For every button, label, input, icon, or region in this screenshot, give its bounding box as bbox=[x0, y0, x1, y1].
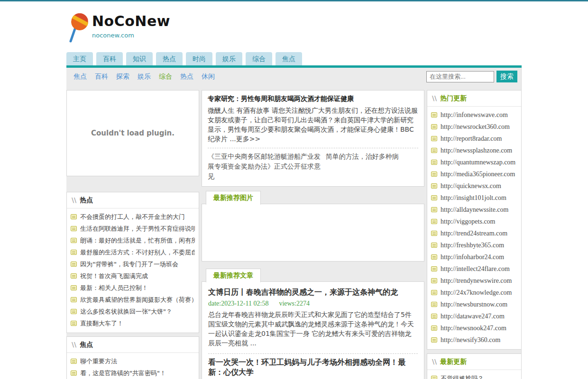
hot-section: 热点 不会掼蛋的打工人，敲不开金主的大门生活在阿联酋迪拜，关于男性不育症得说明朗… bbox=[66, 192, 199, 333]
main-nav-tab[interactable]: 焦点 bbox=[276, 52, 302, 65]
list-item[interactable]: http://trend24stream.com bbox=[431, 227, 517, 239]
brand-block: NoCoNew noconew.com bbox=[92, 14, 170, 39]
doc-icon bbox=[431, 254, 437, 260]
recommended-articles-panel: 最新推荐文章 文博日历丨春晚吉祥物的灵感之一，来源于这条神气的龙date:202… bbox=[202, 281, 424, 379]
list-item[interactable]: 看，这是官路镇的"共富密码"！ bbox=[71, 367, 195, 379]
main-nav-tab[interactable]: 时尚 bbox=[186, 52, 212, 65]
list-item[interactable]: http://infoharbor24.com bbox=[431, 251, 517, 263]
list-item-label: http://datawave247.com bbox=[441, 313, 505, 320]
list-item[interactable]: http://infonewswave.com bbox=[431, 109, 517, 121]
article-item: 文博日历丨春晚吉祥物的灵感之一，来源于这条神气的龙date:2023-12-11… bbox=[208, 288, 418, 348]
doc-icon bbox=[431, 160, 437, 165]
list-item[interactable]: http://quantumnewszap.com bbox=[431, 156, 517, 168]
article-title[interactable]: 看一次哭一次！环卫工妈妈与儿子考场外相拥感动全网！最新：心仪大学 bbox=[208, 358, 418, 378]
list-item[interactable]: http://viggopets.com bbox=[431, 216, 517, 227]
list-item[interactable]: http://freshbyte365.com bbox=[431, 239, 517, 251]
main-nav-tab[interactable]: 娱乐 bbox=[216, 52, 242, 65]
articles-list: 文博日历丨春晚吉祥物的灵感之一，来源于这条神气的龙date:2023-12-11… bbox=[202, 282, 424, 379]
right-column: 热门更新 http://infonewswave.comhttp://newsr… bbox=[427, 90, 522, 379]
site-header: NoCoNew noconew.com bbox=[0, 1, 588, 52]
list-item[interactable]: http://media365pioneer.com bbox=[431, 168, 517, 180]
main-nav-tab[interactable]: 热点 bbox=[156, 52, 183, 65]
list-item[interactable]: http://newsify360.com bbox=[431, 334, 517, 346]
list-item[interactable]: http://newsnook247.com bbox=[431, 322, 517, 334]
doc-icon bbox=[431, 207, 437, 212]
list-item[interactable]: 朗诵：最好的生活就是，忙有所值，闲有所趣 bbox=[71, 235, 195, 246]
sub-nav-link[interactable]: 探索 bbox=[116, 72, 129, 81]
list-item[interactable]: http://report8radar.com bbox=[431, 133, 517, 144]
doc-icon bbox=[71, 309, 77, 314]
site-title: NoCoNew bbox=[92, 14, 170, 29]
doc-icon bbox=[71, 226, 77, 231]
hot-list: 不会掼蛋的打工人，敲不开金主的大门生活在阿联酋迪拜，关于男性不育症得说明朗诵：最… bbox=[67, 208, 199, 333]
main-nav-tab[interactable]: 主页 bbox=[66, 52, 93, 65]
list-item[interactable]: 直接翻大车了！ bbox=[71, 317, 195, 329]
hot-section-title: 热点 bbox=[67, 192, 199, 208]
list-item[interactable]: http://insight101jolt.com bbox=[431, 192, 517, 204]
list-item[interactable]: http://24x7knowledge.com bbox=[431, 287, 517, 298]
list-item[interactable]: 这么多投名状就换回一张"大饼"？ bbox=[71, 306, 195, 317]
featured-link[interactable]: 简单的方法，治好多种病 bbox=[326, 152, 418, 181]
list-item[interactable]: http://alldaynewssite.com bbox=[431, 204, 517, 216]
list-item[interactable]: http://newssplashzone.com bbox=[431, 144, 517, 156]
sub-nav-link[interactable]: 休闲 bbox=[202, 72, 215, 81]
doc-icon bbox=[431, 266, 437, 271]
sub-nav-links: 焦点百科探索娱乐综合热点休闲 bbox=[74, 72, 215, 81]
list-item-label: http://alldaynewssite.com bbox=[441, 206, 508, 214]
focus-section-title: 焦点 bbox=[67, 337, 199, 353]
list-item[interactable]: http://trendynewswire.com bbox=[431, 275, 517, 287]
list-item[interactable]: http://quicknewsx.com bbox=[431, 180, 517, 192]
sub-nav-link[interactable]: 百科 bbox=[95, 72, 108, 81]
list-item[interactable]: 不觉得尴尬吗？ bbox=[431, 372, 517, 379]
article-title[interactable]: 文博日历丨春晚吉祥物的灵感之一，来源于这条神气的龙 bbox=[208, 288, 418, 298]
sub-nav-link[interactable]: 娱乐 bbox=[138, 72, 151, 81]
search-input[interactable] bbox=[426, 71, 494, 82]
list-item-label: http://media365pioneer.com bbox=[441, 171, 515, 178]
main-nav-tab[interactable]: 百科 bbox=[96, 52, 123, 65]
main-nav-tab[interactable]: 知识 bbox=[126, 52, 153, 65]
sub-nav-link[interactable]: 热点 bbox=[180, 72, 193, 81]
doc-icon bbox=[431, 325, 437, 331]
list-item-label: 因为"背带裤"，我专门开了一场班会 bbox=[80, 260, 178, 269]
tab-recommended-images[interactable]: 最新推荐图片 bbox=[206, 191, 261, 205]
doc-icon bbox=[71, 214, 77, 219]
list-item[interactable]: 最新：相关人员已控制！ bbox=[71, 282, 195, 294]
list-item[interactable]: http://newsburstnow.com bbox=[431, 298, 517, 310]
list-item[interactable]: 聊个重要方法 bbox=[71, 355, 195, 367]
list-item[interactable]: 不会掼蛋的打工人，敲不开金主的大门 bbox=[71, 211, 195, 223]
site-logo[interactable] bbox=[67, 12, 91, 46]
featured-article-title[interactable]: 专家研究：男性每周和朋友喝两次酒才能保证健康 bbox=[208, 95, 418, 103]
search-area: 搜索 bbox=[426, 71, 517, 82]
list-item-label: http://trendynewswire.com bbox=[441, 277, 512, 285]
doc-icon bbox=[71, 262, 77, 267]
featured-link[interactable]: 《三亚中央商务区邮轮游艇游船产业发展专项资金奖励办法》正式公开征求意见 bbox=[208, 152, 326, 181]
site-domain[interactable]: noconew.com bbox=[92, 32, 170, 39]
list-item[interactable]: 祝贺！首次商飞圆满完成 bbox=[71, 270, 195, 282]
sub-nav-link[interactable]: 焦点 bbox=[74, 72, 87, 81]
sub-nav: 焦点百科探索娱乐综合热点休闲 搜索 bbox=[66, 68, 521, 85]
doc-icon bbox=[71, 285, 77, 290]
list-item[interactable]: 生活在阿联酋迪拜，关于男性不育症得说明 bbox=[71, 223, 195, 235]
middle-column: 专家研究：男性每周和朋友喝两次酒才能保证健康 微醺人生 有酒有故事 请您关注酩悦… bbox=[202, 90, 424, 379]
featured-article-body: 微醺人生 有酒有故事 请您关注酩悦广大男生朋友们，还在想方设法说服女朋友或妻子，… bbox=[208, 106, 418, 144]
search-button[interactable]: 搜索 bbox=[496, 71, 517, 82]
hot-updates-title: 热门更新 bbox=[427, 90, 521, 107]
list-item-label: 最新：相关人员已控制！ bbox=[80, 284, 148, 292]
list-item-label: http://intellect24flare.com bbox=[441, 265, 510, 273]
list-item-label: 欣赏最具威望的世界新闻摄影大赛（荷赛）获 bbox=[80, 296, 195, 304]
tab-recommended-articles[interactable]: 最新推荐文章 bbox=[206, 269, 261, 282]
list-item-label: http://insight101jolt.com bbox=[441, 194, 506, 202]
list-item-label: 直接翻大车了！ bbox=[80, 319, 123, 328]
doc-icon bbox=[431, 183, 437, 189]
main-nav-tab[interactable]: 综合 bbox=[246, 52, 272, 65]
list-item[interactable]: http://newsrocket360.com bbox=[431, 121, 517, 133]
list-item[interactable]: 欣赏最具威望的世界新闻摄影大赛（荷赛）获 bbox=[71, 294, 195, 306]
list-item[interactable]: http://datawave247.com bbox=[431, 310, 517, 322]
list-item[interactable]: 最舒服的生活方式：不讨好别人，不委屈自 bbox=[71, 246, 195, 258]
divider bbox=[208, 353, 418, 354]
list-item[interactable]: http://intellect24flare.com bbox=[431, 263, 517, 275]
sub-nav-link[interactable]: 综合 bbox=[159, 72, 172, 81]
doc-icon bbox=[431, 376, 437, 379]
list-item-label: 这么多投名状就换回一张"大饼"？ bbox=[80, 307, 172, 316]
list-item[interactable]: 因为"背带裤"，我专门开了一场班会 bbox=[71, 258, 195, 270]
